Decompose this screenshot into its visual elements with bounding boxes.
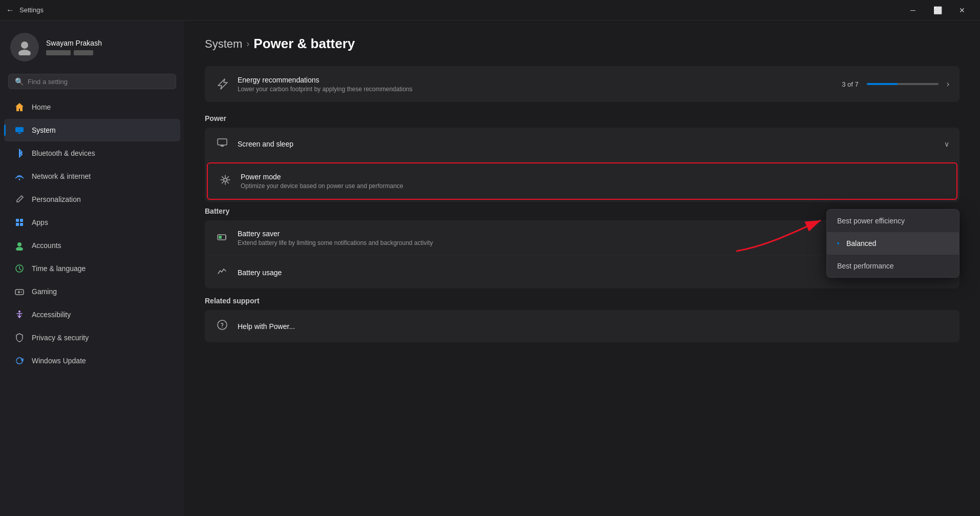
- sidebar-item-personalization[interactable]: Personalization: [4, 188, 180, 211]
- screen-sleep-chevron: ∨: [944, 140, 949, 148]
- sidebar: Swayam Prakash 🔍 Home: [0, 20, 184, 516]
- energy-right: 3 of 7 ›: [842, 79, 949, 89]
- update-icon: [14, 356, 25, 366]
- svg-point-17: [224, 178, 227, 181]
- search-box[interactable]: 🔍: [8, 74, 176, 89]
- energy-icon: [215, 75, 229, 93]
- battery-saver-title: Battery saver: [238, 230, 883, 238]
- user-section[interactable]: Swayam Prakash: [0, 20, 184, 72]
- home-icon: [14, 102, 25, 112]
- screen-sleep-icon: [215, 137, 229, 151]
- app-body: Swayam Prakash 🔍 Home: [0, 20, 980, 516]
- user-bars: [46, 50, 102, 55]
- sidebar-item-bluetooth-label: Bluetooth & devices: [32, 149, 95, 157]
- network-icon: [14, 171, 25, 181]
- battery-saver-subtitle: Extend battery life by limiting some not…: [238, 239, 883, 246]
- sidebar-item-apps-label: Apps: [32, 218, 48, 226]
- sidebar-item-personalization-label: Personalization: [32, 195, 81, 203]
- help-text: Help with Power...: [238, 322, 949, 331]
- svg-point-14: [18, 311, 20, 313]
- dropdown-item-best-performance-label: Best performance: [837, 262, 894, 270]
- power-mode-dropdown: Best power efficiency Balanced Best perf…: [826, 209, 960, 278]
- svg-point-13: [21, 292, 22, 293]
- accounts-icon: [14, 240, 25, 251]
- sidebar-item-time-label: Time & language: [32, 264, 86, 273]
- power-mode-subtitle: Optimize your device based on power use …: [241, 182, 946, 190]
- user-name: Swayam Prakash: [46, 39, 102, 47]
- svg-rect-2: [15, 127, 24, 132]
- svg-rect-19: [219, 236, 222, 239]
- sidebar-item-home-label: Home: [32, 103, 51, 111]
- energy-title: Energy recommendations: [238, 76, 834, 84]
- sidebar-item-gaming-label: Gaming: [32, 287, 57, 296]
- svg-rect-15: [218, 139, 227, 145]
- sidebar-item-accounts[interactable]: Accounts: [4, 234, 180, 257]
- sidebar-item-update[interactable]: Windows Update: [4, 349, 180, 372]
- svg-point-4: [19, 179, 20, 180]
- sidebar-item-accounts-label: Accounts: [32, 241, 61, 250]
- screen-sleep-row[interactable]: Screen and sleep ∨: [205, 128, 960, 160]
- help-icon: [215, 319, 229, 333]
- dropdown-item-best-efficiency-label: Best power efficiency: [837, 217, 905, 225]
- search-icon: 🔍: [15, 77, 24, 86]
- power-mode-title: Power mode: [241, 173, 946, 181]
- energy-chevron-icon: ›: [947, 79, 949, 89]
- sidebar-item-gaming[interactable]: Gaming: [4, 280, 180, 303]
- close-button[interactable]: ✕: [950, 2, 974, 18]
- dropdown-item-balanced[interactable]: Balanced: [827, 232, 959, 255]
- power-section-label: Power: [205, 114, 960, 122]
- breadcrumb-parent[interactable]: System: [205, 37, 242, 51]
- user-bar-2: [74, 50, 93, 55]
- sidebar-item-accessibility[interactable]: Accessibility: [4, 303, 180, 326]
- help-row[interactable]: Help with Power...: [205, 310, 960, 342]
- power-mode-icon: [218, 174, 232, 188]
- sidebar-item-accessibility-label: Accessibility: [32, 311, 71, 319]
- sidebar-item-time[interactable]: Time & language: [4, 257, 180, 280]
- system-icon: [14, 125, 25, 135]
- energy-count: 3 of 7: [842, 80, 859, 88]
- svg-rect-5: [16, 219, 19, 222]
- energy-recommendations-banner[interactable]: Energy recommendations Lower your carbon…: [205, 66, 960, 102]
- sidebar-item-privacy[interactable]: Privacy & security: [4, 326, 180, 349]
- sidebar-item-apps[interactable]: Apps: [4, 211, 180, 234]
- svg-rect-6: [20, 219, 23, 222]
- dropdown-item-best-efficiency[interactable]: Best power efficiency: [827, 210, 959, 232]
- sidebar-item-privacy-label: Privacy & security: [32, 334, 89, 342]
- dropdown-item-best-performance[interactable]: Best performance: [827, 255, 959, 277]
- svg-rect-3: [18, 133, 21, 134]
- energy-text: Energy recommendations Lower your carbon…: [238, 76, 834, 93]
- svg-rect-7: [16, 223, 19, 226]
- minimize-button[interactable]: ─: [901, 2, 925, 18]
- help-title: Help with Power...: [238, 322, 949, 331]
- svg-rect-8: [20, 223, 23, 226]
- related-support-card: Help with Power...: [205, 310, 960, 342]
- time-icon: [14, 263, 25, 274]
- sidebar-item-system-label: System: [32, 126, 56, 134]
- title-bar-left: ← Settings: [6, 6, 44, 15]
- back-icon[interactable]: ←: [6, 6, 14, 15]
- sidebar-item-home[interactable]: Home: [4, 96, 180, 118]
- title-bar: ← Settings ─ ⬜ ✕: [0, 0, 980, 20]
- apps-icon: [14, 217, 25, 228]
- app-title: Settings: [19, 6, 44, 14]
- battery-saver-icon: [215, 231, 229, 245]
- window-controls: ─ ⬜ ✕: [901, 2, 974, 18]
- screen-sleep-right: ∨: [944, 140, 949, 148]
- maximize-button[interactable]: ⬜: [926, 2, 949, 18]
- power-mode-row[interactable]: Power mode Optimize your device based on…: [207, 162, 957, 200]
- battery-saver-text: Battery saver Extend battery life by lim…: [238, 230, 883, 246]
- sidebar-item-network[interactable]: Network & internet: [4, 165, 180, 188]
- svg-point-21: [222, 327, 223, 328]
- personalization-icon: [14, 194, 25, 204]
- sidebar-nav: Home System Bluetooth & devices: [0, 95, 184, 373]
- screen-sleep-text: Screen and sleep: [238, 140, 936, 148]
- sidebar-item-bluetooth[interactable]: Bluetooth & devices: [4, 142, 180, 164]
- breadcrumb-chevron: ›: [246, 38, 249, 49]
- avatar: [10, 33, 39, 61]
- search-input[interactable]: [28, 78, 169, 86]
- sidebar-item-system[interactable]: System: [4, 119, 180, 141]
- sidebar-item-network-label: Network & internet: [32, 172, 91, 180]
- power-settings-card: Screen and sleep ∨ Power mode Optimize y…: [205, 128, 960, 202]
- gaming-icon: [14, 286, 25, 297]
- accessibility-icon: [14, 309, 25, 320]
